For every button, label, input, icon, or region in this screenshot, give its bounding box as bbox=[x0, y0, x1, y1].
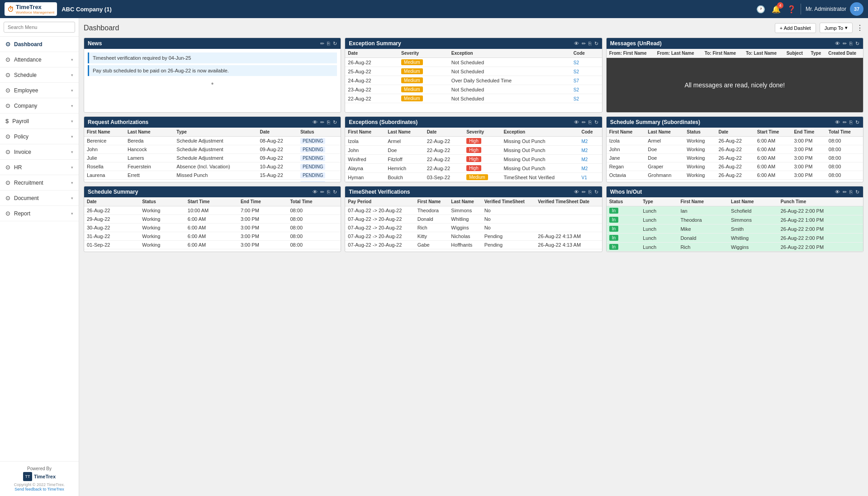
sss-refresh-icon[interactable]: ↻ bbox=[855, 119, 859, 125]
es-view-icon[interactable]: 👁 bbox=[574, 41, 579, 46]
news-refresh-icon[interactable]: ↻ bbox=[333, 41, 337, 47]
news-header: News ✏ ⎘ ↻ bbox=[84, 38, 341, 49]
jump-to-button[interactable]: Jump To ▾ bbox=[820, 23, 853, 33]
exception-summary-table: Date Severity Exception Code 26-Aug-22 M… bbox=[345, 49, 602, 103]
sidebar-item-dashboard[interactable]: ⊙ Dashboard bbox=[0, 37, 79, 52]
wio-header: Whos In/Out 👁 ✏ ⎘ ↻ bbox=[607, 186, 863, 197]
tv-col-first: First Name bbox=[415, 197, 449, 206]
sidebar-item-company[interactable]: ⊙ Company ▾ bbox=[0, 98, 79, 114]
company-name: ABC Company (1) bbox=[62, 6, 752, 13]
ss-col-end: End Time bbox=[238, 197, 288, 206]
exsub-refresh-icon[interactable]: ↻ bbox=[594, 119, 598, 125]
sidebar-item-hr[interactable]: ⊙ HR ▾ bbox=[0, 160, 79, 175]
tv-refresh-icon[interactable]: ↻ bbox=[594, 189, 598, 195]
wio-col-first: First Name bbox=[678, 197, 728, 206]
es-copy-icon[interactable]: ⎘ bbox=[588, 41, 592, 46]
table-row: 07-Aug-22 -> 20-Aug-22 Gabe Hoffhants Pe… bbox=[345, 241, 602, 249]
table-row: In Lunch Theodora Simmons 26-Aug-22 1:00… bbox=[607, 215, 863, 224]
exsub-col-code: Code bbox=[579, 128, 602, 137]
wio-refresh-icon[interactable]: ↻ bbox=[855, 189, 859, 195]
schedule-icon: ⊙ bbox=[5, 72, 10, 78]
add-dashlet-button[interactable]: + Add Dashlet bbox=[775, 23, 816, 33]
msg-edit-icon[interactable]: ✏ bbox=[843, 41, 847, 47]
sidebar-item-policy[interactable]: ⊙ Policy ▾ bbox=[0, 129, 79, 144]
table-row: Alayna Hemrich 22-Aug-22 High Missing Ou… bbox=[345, 164, 602, 173]
messages-table: From: First Name From: Last Name To: Fir… bbox=[607, 49, 863, 58]
news-item-0: Timesheet verification required by 04-Ju… bbox=[88, 52, 337, 63]
ra-edit-icon[interactable]: ✏ bbox=[320, 119, 324, 125]
tv-table: Pay Period First Name Last Name Verified… bbox=[345, 197, 602, 252]
sidebar-item-invoice[interactable]: ⊙ Invoice ▾ bbox=[0, 144, 79, 160]
sidebar-item-report[interactable]: ⊙ Report ▾ bbox=[0, 206, 79, 221]
wio-view-icon[interactable]: 👁 bbox=[835, 189, 840, 195]
search-input[interactable] bbox=[4, 22, 75, 33]
sidebar-item-document[interactable]: ⊙ Document ▾ bbox=[0, 191, 79, 206]
ss-edit-icon[interactable]: ✏ bbox=[320, 189, 324, 195]
sss-copy-icon[interactable]: ⎘ bbox=[849, 119, 853, 125]
sidebar-item-payroll[interactable]: $ Payroll ▾ bbox=[0, 114, 79, 129]
sss-actions: 👁 ✏ ⎘ ↻ bbox=[835, 119, 859, 125]
wio-title: Whos In/Out bbox=[610, 189, 642, 195]
ra-copy-icon[interactable]: ⎘ bbox=[327, 119, 330, 125]
tv-header: TimeSheet Verifications 👁 ✏ ⎘ ↻ bbox=[345, 186, 602, 197]
sidebar-label-schedule: Schedule bbox=[14, 72, 37, 78]
msg-refresh-icon[interactable]: ↻ bbox=[855, 41, 859, 47]
schedule-chevron: ▾ bbox=[71, 73, 73, 77]
wio-edit-icon[interactable]: ✏ bbox=[843, 189, 847, 195]
document-chevron: ▾ bbox=[71, 196, 73, 200]
es-exception-0: Not Scheduled bbox=[449, 58, 571, 67]
exsub-view-icon[interactable]: 👁 bbox=[574, 119, 579, 125]
tv-actions: 👁 ✏ ⎘ ↻ bbox=[574, 189, 598, 195]
exsub-header: Exceptions (Subordinates) 👁 ✏ ⎘ ↻ bbox=[345, 117, 602, 128]
tv-edit-icon[interactable]: ✏ bbox=[582, 189, 586, 195]
news-copy-icon[interactable]: ⎘ bbox=[327, 41, 330, 46]
ss-view-icon[interactable]: 👁 bbox=[313, 189, 318, 195]
ra-view-icon[interactable]: 👁 bbox=[313, 119, 318, 125]
ss-copy-icon[interactable]: ⎘ bbox=[327, 189, 330, 195]
exsub-table: First Name Last Name Date Severity Excep… bbox=[345, 128, 602, 182]
feedback-link[interactable]: Send feedback to TimeTrex bbox=[5, 487, 74, 491]
logo[interactable]: ⏱ TimeTrex Workforce Management bbox=[5, 2, 57, 16]
table-row: Julie Lamers Schedule Adjustment 09-Aug-… bbox=[84, 154, 341, 162]
notifications-wrapper[interactable]: 🔔 4 bbox=[772, 5, 781, 14]
user-info[interactable]: Mr. Administrator 37 bbox=[806, 2, 863, 16]
sss-view-icon[interactable]: 👁 bbox=[835, 119, 840, 125]
tv-view-icon[interactable]: 👁 bbox=[574, 189, 579, 195]
sss-edit-icon[interactable]: ✏ bbox=[843, 119, 847, 125]
news-edit-icon[interactable]: ✏ bbox=[320, 41, 324, 47]
messages-header: Messages (UnRead) 👁 ✏ ⎘ ↻ bbox=[607, 38, 863, 49]
table-row: John Doe Working 26-Aug-22 6:00 AM 3:00 … bbox=[607, 145, 863, 154]
ra-refresh-icon[interactable]: ↻ bbox=[333, 119, 337, 125]
sidebar-item-employee[interactable]: ⊙ Employee ▾ bbox=[0, 83, 79, 98]
timesheet-verifications-dashlet: TimeSheet Verifications 👁 ✏ ⎘ ↻ Pay P bbox=[345, 186, 602, 252]
sidebar-item-attendance[interactable]: ⊙ Attendance ▾ bbox=[0, 52, 79, 67]
msg-col-to-last: To: Last Name bbox=[743, 49, 784, 58]
sss-col-total: Total Time bbox=[826, 128, 863, 137]
dashboard-icon: ⊙ bbox=[5, 41, 10, 48]
tv-col-last: Last Name bbox=[448, 197, 481, 206]
exsub-copy-icon[interactable]: ⎘ bbox=[588, 119, 592, 125]
es-code-4: S2 bbox=[571, 94, 602, 103]
sidebar-item-recruitment[interactable]: ⊙ Recruitment ▾ bbox=[0, 175, 79, 191]
company-chevron: ▾ bbox=[71, 104, 73, 108]
more-options-icon[interactable]: ⋮ bbox=[856, 24, 863, 32]
ss-header: Schedule Summary 👁 ✏ ⎘ ↻ bbox=[84, 186, 341, 197]
employee-chevron: ▾ bbox=[71, 88, 73, 93]
msg-copy-icon[interactable]: ⎘ bbox=[849, 41, 853, 46]
table-row: 29-Aug-22 Working 6:00 AM 3:00 PM 08:00 bbox=[84, 215, 341, 224]
es-refresh-icon[interactable]: ↻ bbox=[594, 41, 598, 47]
clock-icon-wrapper[interactable]: 🕐 bbox=[756, 5, 765, 14]
es-date-3: 23-Aug-22 bbox=[345, 85, 398, 94]
msg-col-type: Type bbox=[808, 49, 826, 58]
sss-table-wrapper: First Name Last Name Status Date Start T… bbox=[607, 128, 863, 182]
help-icon[interactable]: ❓ bbox=[787, 5, 796, 14]
es-edit-icon[interactable]: ✏ bbox=[582, 41, 586, 47]
sidebar-item-schedule[interactable]: ⊙ Schedule ▾ bbox=[0, 67, 79, 83]
ss-table: Date Status Start Time End Time Total Ti… bbox=[84, 197, 341, 249]
exsub-edit-icon[interactable]: ✏ bbox=[582, 119, 586, 125]
wio-copy-icon[interactable]: ⎘ bbox=[849, 189, 853, 195]
ss-refresh-icon[interactable]: ↻ bbox=[333, 189, 337, 195]
sss-header: Schedule Summary (Subordinates) 👁 ✏ ⎘ ↻ bbox=[607, 117, 863, 128]
msg-view-icon[interactable]: 👁 bbox=[835, 41, 840, 46]
tv-copy-icon[interactable]: ⎘ bbox=[588, 189, 592, 195]
